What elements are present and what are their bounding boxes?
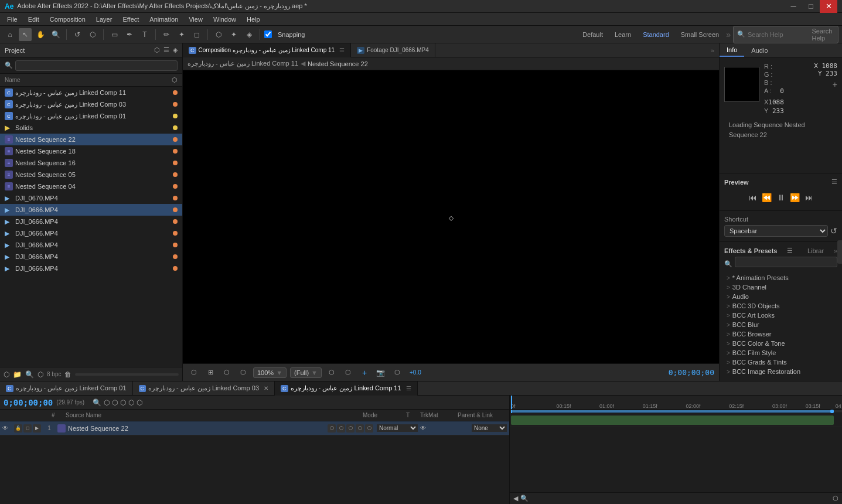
menu-window[interactable]: Window [209,15,241,24]
menu-composition[interactable]: Composition [45,15,90,24]
puppet-tool[interactable]: ◈ [243,28,255,41]
select-tool[interactable]: ↖ [19,28,32,41]
tl-shy-btn[interactable]: ◻ [23,424,32,433]
viewer-quality-select[interactable]: (Full) ▼ [290,367,322,378]
effects-item-audio[interactable]: > Audio [724,292,837,301]
workspace-smallscreen[interactable]: Small Screen [676,30,724,39]
info-tab-audio[interactable]: Audio [744,45,775,56]
viewer-roi-btn[interactable]: ⬡ [325,366,338,379]
dependencies-icon[interactable]: ⬡ [38,370,43,379]
project-item-dji0666b[interactable]: ▶ DJI_0666.MP4 [0,216,182,227]
project-item-comp03[interactable]: C زمین عباس - رودبارچره Linked Comp 03 [0,98,182,110]
tl-icon-3[interactable]: ⬡ [120,399,126,407]
effects-item-bcc-image[interactable]: > BCC Image Restoration [724,367,837,376]
menu-help[interactable]: Help [242,15,265,24]
timeline-tab-comp11[interactable]: C زمین عباس - رودبارچره Linked Comp 11 ☰ [275,382,418,396]
viewer-alpha-btn[interactable]: ⬡ [342,366,354,379]
effects-item-bcc-grads[interactable]: > BCC Grads & Tints [724,357,837,367]
snapping-checkbox[interactable] [264,30,272,38]
effects-item-bcc-blur[interactable]: > BCC Blur [724,320,837,329]
find-icon[interactable]: 🔍 [25,370,34,379]
tl-bottom-right-1[interactable]: ⬡ [833,495,838,502]
project-item-dji0666c[interactable]: ▶ DJI_0666.MP4 [0,227,182,239]
rect-tool[interactable]: ▭ [108,28,121,41]
preview-prev-btn[interactable]: ⏪ [761,192,773,203]
project-item-dji0666f[interactable]: ▶ DJI_0666.MP4 [0,263,182,274]
viewer-more-icon[interactable]: » [711,47,714,54]
project-item-seq18[interactable]: ≡ Nested Sequence 18 [0,145,182,157]
tl-switch-5[interactable]: ⬡ [365,424,373,433]
tl-switch-2[interactable]: ⬡ [337,424,345,433]
menu-view[interactable]: View [184,15,207,24]
viewer-camera-btn[interactable]: 📷 [374,366,387,379]
tl-switch-4[interactable]: ⬡ [356,424,364,433]
viewer-zoom-select[interactable]: 100% ▼ [253,367,287,378]
workspace-default[interactable]: Default [578,30,608,39]
project-item-comp01[interactable]: C زمین عباس - رودبارچره Linked Comp 01 [0,110,182,122]
project-item-seq22[interactable]: ≡ Nested Sequence 22 [0,134,182,145]
viewer-grid-btn[interactable]: ⊞ [204,366,217,379]
viewer-snapshot-btn[interactable]: ⬡ [391,366,404,379]
text-tool[interactable]: T [138,28,151,41]
tl-blend-mode[interactable]: Normal [377,424,418,432]
timeline-tab-comp01[interactable]: C زمین عباس - رودبارچره Linked Comp 01 [0,382,133,396]
preview-menu-icon[interactable]: ☰ [831,178,837,186]
tl-icon-2[interactable]: ⬡ [112,399,118,407]
viewer-color-btn[interactable]: + [358,366,371,379]
viewer-tab-menu[interactable]: ☰ [339,47,345,53]
effects-item-animation-presets[interactable]: > * Animation Presets [724,273,837,282]
project-icon-btn-2[interactable]: ☰ [163,46,169,54]
project-item-comp11[interactable]: C زمین عباس - رودبارچره Linked Comp 11 [0,87,182,98]
project-item-dji0666d[interactable]: ▶ DJI_0666.MP4 [0,239,182,251]
maximize-button[interactable]: □ [802,0,820,13]
tl-tab-menu[interactable]: ☰ [406,385,411,391]
tl-search-btn[interactable]: 🔍 [93,399,101,407]
project-item-dji0666a[interactable]: ▶ DJI_0666.MP4 [0,204,182,216]
effects-library-tab[interactable]: Librar [807,247,824,254]
menu-edit[interactable]: Edit [23,15,44,24]
effects-item-bcc-browser[interactable]: > BCC Browser [724,329,837,339]
preview-last-btn[interactable]: ⏭ [803,192,815,203]
tl-parent-link[interactable]: None [472,424,507,432]
tl-switch-3[interactable]: ⬡ [346,424,354,433]
unify-tool[interactable]: ⬡ [86,28,99,41]
workspace-learn[interactable]: Learn [610,30,636,39]
effects-item-bcc-film[interactable]: > BCC Film Style [724,348,837,357]
viewer-tab-footage[interactable]: ▶ Footage DJI_0666.MP4 [351,43,435,57]
viewer-safe-btn[interactable]: ⬡ [220,366,233,379]
tl-collapse-all[interactable]: ◀ [513,495,518,502]
tl-clip-green[interactable] [511,416,834,425]
new-comp-icon[interactable]: ⬡ [4,370,9,379]
tl-eye-icon[interactable]: 👁 [2,425,12,431]
breadcrumb-comp[interactable]: زمین عباس - رودبارچره Linked Comp 11 [188,60,298,67]
hand-tool[interactable]: ✋ [34,28,47,41]
tl-icon-5[interactable]: ⬡ [137,399,142,407]
minimize-button[interactable]: ─ [785,0,802,13]
effects-item-bcc-art[interactable]: > BCC Art Looks [724,311,837,320]
preview-next-btn[interactable]: ⏩ [789,192,801,203]
tl-lock-btn[interactable]: 🔒 [14,424,22,433]
workspace-standard[interactable]: Standard [638,30,674,39]
menu-layer[interactable]: Layer [91,15,117,24]
info-tab-info[interactable]: Info [720,44,744,57]
light-tool[interactable]: ✦ [227,28,240,41]
tl-collapse-btn[interactable]: ▶ [33,424,41,433]
brush-tool[interactable]: ✏ [160,28,173,41]
project-icon-btn-1[interactable]: ⬡ [154,46,160,54]
tl-switch-1[interactable]: ⬡ [328,424,336,433]
shortcut-reset-icon[interactable]: ↺ [830,226,837,236]
search-input[interactable] [748,31,810,38]
new-folder-icon[interactable]: 📁 [13,370,22,379]
panel-resize-handle[interactable] [837,240,842,264]
tl-expand-all[interactable]: 🔍 [520,495,529,502]
effects-item-bcc-color[interactable]: > BCC Color & Tone [724,339,837,348]
viewer-snap-btn[interactable]: ⬡ [188,366,200,379]
home-tool[interactable]: ⌂ [4,28,16,41]
menu-file[interactable]: File [2,15,22,24]
pen-tool[interactable]: ✒ [123,28,136,41]
project-item-seq04[interactable]: ≡ Nested Sequence 04 [0,181,182,192]
effects-item-3d-channel[interactable]: > 3D Channel [724,282,837,292]
tl-icon-4[interactable]: ⬡ [128,399,134,407]
camera-tool[interactable]: ⬡ [212,28,225,41]
project-item-solids[interactable]: ▶ Solids [0,122,182,134]
